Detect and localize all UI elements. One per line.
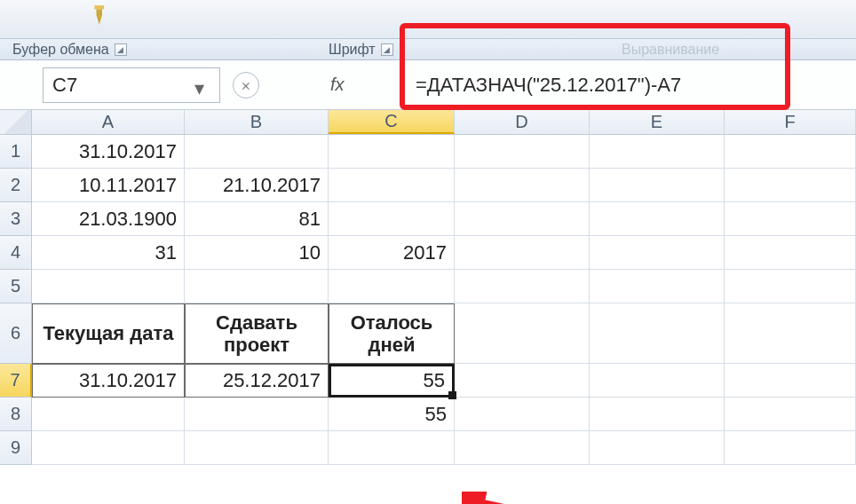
cell-B2[interactable]: 21.10.2017 <box>185 169 329 202</box>
cell-C9[interactable] <box>329 431 455 465</box>
cell-D1[interactable] <box>455 135 590 169</box>
select-all-corner[interactable] <box>0 110 32 134</box>
cell-D4[interactable] <box>455 236 590 270</box>
font-dialog-launcher-icon[interactable]: ◢ <box>381 43 393 56</box>
col-header-D[interactable]: D <box>455 110 590 134</box>
cell-E1[interactable] <box>590 135 725 169</box>
row-header-6[interactable]: 6 <box>0 303 32 364</box>
col-header-B[interactable]: B <box>185 110 329 134</box>
cell-E8[interactable] <box>590 398 725 431</box>
cell-A3[interactable]: 21.03.1900 <box>32 202 185 236</box>
chevron-down-icon[interactable]: ▾ <box>194 77 210 93</box>
spreadsheet-grid[interactable]: 1 31.10.2017 2 10.11.2017 21.10.2017 3 2… <box>0 135 856 465</box>
cell-B1[interactable] <box>185 135 329 169</box>
col-header-E[interactable]: E <box>590 110 725 134</box>
row-header-8[interactable]: 8 <box>0 398 32 431</box>
row-header-7[interactable]: 7 <box>0 364 32 398</box>
clipboard-group-label: Буфер обмена <box>12 42 109 58</box>
cell-B4[interactable]: 10 <box>185 236 329 270</box>
cell-B5[interactable] <box>185 270 329 303</box>
cell-C2[interactable] <box>329 169 455 202</box>
cell-C3[interactable] <box>329 202 455 236</box>
cell-B7[interactable]: 25.12.2017 <box>185 364 329 398</box>
row-header-5[interactable]: 5 <box>0 270 32 303</box>
row-header-9[interactable]: 9 <box>0 431 32 465</box>
cell-F7[interactable] <box>725 364 856 398</box>
col-header-C[interactable]: C <box>329 110 455 134</box>
ribbon-toolbar <box>0 0 856 39</box>
cell-E7[interactable] <box>590 364 725 398</box>
cell-D7[interactable] <box>455 364 590 398</box>
cell-E4[interactable] <box>590 236 725 270</box>
row-header-1[interactable]: 1 <box>0 135 32 169</box>
column-headers: A B C D E F <box>0 110 856 135</box>
row-header-2[interactable]: 2 <box>0 169 32 202</box>
cell-E5[interactable] <box>590 270 725 303</box>
alignment-group-label: Выравнивание <box>622 42 719 58</box>
svg-line-0 <box>471 500 595 504</box>
cell-B6[interactable]: Сдавать проект <box>185 303 329 364</box>
format-painter-icon[interactable] <box>89 2 115 28</box>
cell-F9[interactable] <box>725 431 856 465</box>
cell-A9[interactable] <box>32 431 185 465</box>
cell-D5[interactable] <box>455 270 590 303</box>
font-group-label: Шрифт <box>329 42 376 58</box>
cell-F2[interactable] <box>725 169 856 202</box>
name-box-value: C7 <box>52 74 77 97</box>
cell-B3[interactable]: 81 <box>185 202 329 236</box>
cell-F5[interactable] <box>725 270 856 303</box>
name-box[interactable]: C7 ▾ <box>43 67 220 103</box>
cell-C1[interactable] <box>329 135 455 169</box>
cell-C7[interactable]: 55 <box>329 364 455 398</box>
cell-C6[interactable]: Оталось дней <box>329 303 455 364</box>
cell-C4[interactable]: 2017 <box>329 236 455 270</box>
cell-E6[interactable] <box>590 303 725 364</box>
cell-D6[interactable] <box>455 303 590 364</box>
row-header-4[interactable]: 4 <box>0 236 32 270</box>
cell-F4[interactable] <box>725 236 856 270</box>
cell-A1[interactable]: 31.10.2017 <box>32 135 185 169</box>
cell-D2[interactable] <box>455 169 590 202</box>
cell-F1[interactable] <box>725 135 856 169</box>
ribbon-group-labels: Буфер обмена ◢ Шрифт ◢ Выравнивание <box>0 39 856 60</box>
cell-A2[interactable]: 10.11.2017 <box>32 169 185 202</box>
cell-D9[interactable] <box>455 431 590 465</box>
formula-bar: C7 ▾ ⨯ fx <box>0 60 856 110</box>
fx-icon[interactable]: fx <box>330 75 345 95</box>
formula-input[interactable] <box>416 67 774 103</box>
cell-F6[interactable] <box>725 303 856 364</box>
cell-E2[interactable] <box>590 169 725 202</box>
cell-B8[interactable] <box>185 398 329 431</box>
cell-C5[interactable] <box>329 270 455 303</box>
col-header-A[interactable]: A <box>32 110 185 134</box>
cell-E3[interactable] <box>590 202 725 236</box>
cell-F3[interactable] <box>725 202 856 236</box>
arrow-annotation-icon <box>462 492 604 504</box>
cancel-formula-icon[interactable]: ⨯ <box>233 72 259 98</box>
cell-A6[interactable]: Текущая дата <box>32 303 185 364</box>
cell-D8[interactable] <box>455 398 590 431</box>
cell-C7-value: 55 <box>424 369 445 392</box>
cell-A8[interactable] <box>32 398 185 431</box>
row-header-3[interactable]: 3 <box>0 202 32 236</box>
col-header-F[interactable]: F <box>725 110 856 134</box>
clipboard-dialog-launcher-icon[interactable]: ◢ <box>115 43 127 56</box>
cell-E9[interactable] <box>590 431 725 465</box>
cell-A5[interactable] <box>32 270 185 303</box>
cell-F8[interactable] <box>725 398 856 431</box>
fill-handle[interactable] <box>448 391 456 399</box>
cell-D3[interactable] <box>455 202 590 236</box>
cell-B9[interactable] <box>185 431 329 465</box>
cell-C8[interactable]: 55 <box>329 398 455 431</box>
cell-A4[interactable]: 31 <box>32 236 185 270</box>
cell-A7[interactable]: 31.10.2017 <box>32 364 185 398</box>
